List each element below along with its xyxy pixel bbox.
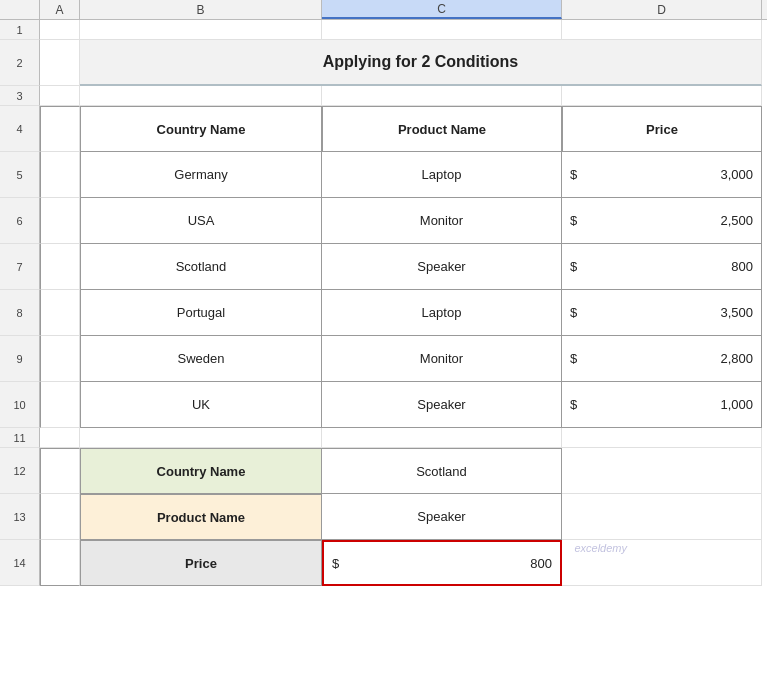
cell-b6-country: USA	[80, 198, 322, 244]
cell-a2[interactable]	[40, 40, 80, 86]
row-num-11: 11	[0, 428, 40, 448]
row-num-10: 10	[0, 382, 40, 428]
dollar-sign-8: $	[570, 305, 590, 320]
cell-a12	[40, 448, 80, 494]
row-7: 7 Scotland Speaker $ 800	[0, 244, 767, 290]
cell-d9-price: $ 2,800	[562, 336, 762, 382]
cell-d1[interactable]	[562, 20, 762, 40]
row-13: 13 Product Name Speaker	[0, 494, 767, 540]
row-num-3: 3	[0, 86, 40, 106]
cell-d6-price: $ 2,500	[562, 198, 762, 244]
row-num-12: 12	[0, 448, 40, 494]
header-corner	[0, 0, 40, 19]
header-country: Country Name	[80, 106, 322, 152]
price-val-10: 1,000	[590, 397, 753, 412]
cell-d13[interactable]	[562, 494, 762, 540]
lookup-val-price: $ 800	[322, 540, 562, 586]
row-num-2: 2	[0, 40, 40, 86]
lookup-price-val: 800	[352, 556, 552, 571]
header-product: Product Name	[322, 106, 562, 152]
col-header-d: D	[562, 0, 762, 19]
cell-b1[interactable]	[80, 20, 322, 40]
dollar-sign-9: $	[570, 351, 590, 366]
cell-a9	[40, 336, 80, 382]
row-num-1: 1	[0, 20, 40, 40]
cell-c8-product: Laptop	[322, 290, 562, 336]
dollar-sign-10: $	[570, 397, 590, 412]
price-val-7: 800	[590, 259, 753, 274]
row-num-4: 4	[0, 106, 40, 152]
row-11: 11	[0, 428, 767, 448]
cell-c6-product: Monitor	[322, 198, 562, 244]
row-2: 2 Applying for 2 Conditions	[0, 40, 767, 86]
cell-d5-price: $ 3,000	[562, 152, 762, 198]
row-5: 5 Germany Laptop $ 3,000	[0, 152, 767, 198]
lookup-label-country: Country Name	[80, 448, 322, 494]
cell-c7-product: Speaker	[322, 244, 562, 290]
cell-d3[interactable]	[562, 86, 762, 106]
cell-d12[interactable]	[562, 448, 762, 494]
column-header-bar: A B C D	[0, 0, 767, 20]
row-6: 6 USA Monitor $ 2,500	[0, 198, 767, 244]
row-8: 8 Portugal Laptop $ 3,500	[0, 290, 767, 336]
cell-b10-country: UK	[80, 382, 322, 428]
row-3: 3	[0, 86, 767, 106]
cell-d11[interactable]	[562, 428, 762, 448]
cell-c5-product: Laptop	[322, 152, 562, 198]
header-price: Price	[562, 106, 762, 152]
row-num-14: 14	[0, 540, 40, 586]
cell-a11[interactable]	[40, 428, 80, 448]
row-9: 9 Sweden Monitor $ 2,800	[0, 336, 767, 382]
cell-b9-country: Sweden	[80, 336, 322, 382]
cell-d10-price: $ 1,000	[562, 382, 762, 428]
cell-a13	[40, 494, 80, 540]
cell-b11[interactable]	[80, 428, 322, 448]
dollar-sign-6: $	[570, 213, 590, 228]
dollar-sign-7: $	[570, 259, 590, 274]
cell-a1[interactable]	[40, 20, 80, 40]
row-num-7: 7	[0, 244, 40, 290]
cell-a3[interactable]	[40, 86, 80, 106]
price-val-6: 2,500	[590, 213, 753, 228]
col-header-b: B	[80, 0, 322, 19]
cell-a14	[40, 540, 80, 586]
cell-a4	[40, 106, 80, 152]
row-1: 1	[0, 20, 767, 40]
price-val-5: 3,000	[590, 167, 753, 182]
cell-d7-price: $ 800	[562, 244, 762, 290]
row-num-8: 8	[0, 290, 40, 336]
row-14: 14 Price $ 800	[0, 540, 767, 586]
col-header-c: C	[322, 0, 562, 19]
watermark: exceldemy	[574, 542, 627, 554]
lookup-val-country: Scotland	[322, 448, 562, 494]
row-num-5: 5	[0, 152, 40, 198]
cell-c11[interactable]	[322, 428, 562, 448]
row-4-headers: 4 Country Name Product Name Price	[0, 106, 767, 152]
cell-a10	[40, 382, 80, 428]
cell-a6	[40, 198, 80, 244]
lookup-val-product: Speaker	[322, 494, 562, 540]
cell-c3[interactable]	[322, 86, 562, 106]
row-10: 10 UK Speaker $ 1,000	[0, 382, 767, 428]
row-12: 12 Country Name Scotland	[0, 448, 767, 494]
row-num-6: 6	[0, 198, 40, 244]
cell-a5	[40, 152, 80, 198]
lookup-label-product: Product Name	[80, 494, 322, 540]
price-val-9: 2,800	[590, 351, 753, 366]
dollar-sign-5: $	[570, 167, 590, 182]
cell-a8	[40, 290, 80, 336]
cell-c9-product: Monitor	[322, 336, 562, 382]
cell-c1[interactable]	[322, 20, 562, 40]
cell-b8-country: Portugal	[80, 290, 322, 336]
lookup-label-price: Price	[80, 540, 322, 586]
spreadsheet: A B C D 1 2 Applying for 2 Conditions 3 …	[0, 0, 767, 684]
title-cell: Applying for 2 Conditions	[80, 40, 762, 86]
cell-b7-country: Scotland	[80, 244, 322, 290]
cell-d8-price: $ 3,500	[562, 290, 762, 336]
cell-c10-product: Speaker	[322, 382, 562, 428]
cell-a7	[40, 244, 80, 290]
col-header-a: A	[40, 0, 80, 19]
price-val-8: 3,500	[590, 305, 753, 320]
cell-b5-country: Germany	[80, 152, 322, 198]
cell-b3[interactable]	[80, 86, 322, 106]
